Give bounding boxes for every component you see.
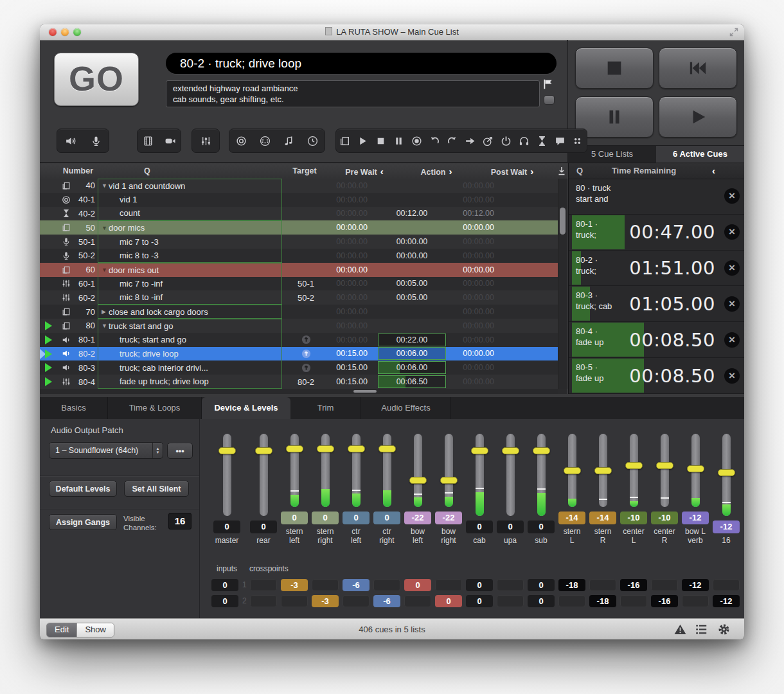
stop-cue-button[interactable]: × <box>724 224 740 240</box>
active-cue-row[interactable]: 80-4 ·fade up00:08.50× <box>569 322 744 358</box>
go-button[interactable]: GO <box>54 53 139 106</box>
col-header-number[interactable]: Number <box>40 166 95 175</box>
pre-wait-value[interactable]: 00:00.00 <box>336 321 368 330</box>
crosspoint-empty-cell[interactable] <box>435 579 462 591</box>
action-value[interactable]: 00:12.00 <box>396 209 428 218</box>
cue-row-60-2[interactable]: 60-2mic 8 to -inf50-200:00.0000:05.0000:… <box>40 290 558 305</box>
pre-wait-value[interactable]: 00:00.00 <box>336 279 368 288</box>
cue-row-60[interactable]: 60▼door mics out00:00.0000:00.00 <box>40 263 558 277</box>
fader-handle[interactable] <box>379 445 396 452</box>
post-wait-value[interactable]: 00:00.00 <box>463 195 494 204</box>
record-icon[interactable] <box>411 136 422 147</box>
channel-level-value[interactable]: 0 <box>528 520 555 533</box>
target-cue-number[interactable]: 80-2 <box>282 377 330 387</box>
pre-wait-value[interactable]: 00:00.00 <box>336 209 368 218</box>
channel-level-value[interactable]: 0 <box>213 520 240 533</box>
crosspoint-master-value[interactable]: 0 <box>211 579 238 591</box>
channel-level-value[interactable]: 0 <box>497 520 524 533</box>
post-wait-value[interactable]: 00:00.00 <box>463 293 494 302</box>
action-progress-box[interactable]: 00:06.00 <box>378 347 446 360</box>
crosspoint-empty-cell[interactable] <box>343 595 370 607</box>
pre-wait-value[interactable]: 00:00.00 <box>336 251 368 260</box>
crosspoint-empty-cell[interactable] <box>589 579 616 591</box>
cue-name[interactable]: truck; drive loop <box>120 349 179 359</box>
crosspoint-empty-cell[interactable] <box>373 579 400 591</box>
cue-name[interactable]: door mics <box>109 223 145 233</box>
fader-handle[interactable] <box>348 445 365 452</box>
post-wait-value[interactable]: 00:00.00 <box>463 321 494 330</box>
cue-row-80-1[interactable]: 80-1truck; start and go00:00.0000:22.000… <box>40 333 558 347</box>
resume-all-button[interactable] <box>659 96 737 138</box>
crosspoint-value[interactable]: -18 <box>558 579 585 591</box>
pre-wait-value[interactable]: 00:00.00 <box>336 237 368 246</box>
flag-toggle-button[interactable] <box>544 95 555 105</box>
play-icon[interactable] <box>357 136 368 147</box>
fader-handle[interactable] <box>218 447 236 454</box>
dart-icon[interactable] <box>483 136 494 147</box>
pre-wait-value[interactable]: 00:00.00 <box>336 293 368 302</box>
pre-wait-value[interactable]: 00:00.00 <box>336 265 368 274</box>
channel-level-value[interactable]: -14 <box>589 512 616 524</box>
cue-name[interactable]: truck; cab interior drivi... <box>120 363 208 373</box>
mic-icon[interactable] <box>91 136 102 147</box>
assign-gangs-button[interactable]: Assign Gangs <box>49 514 117 530</box>
fader-track[interactable] <box>445 434 453 507</box>
target-cue-number[interactable]: 50-1 <box>282 279 330 289</box>
power-icon[interactable] <box>501 136 512 147</box>
crosspoint-empty-cell[interactable] <box>250 595 277 607</box>
channel-level-value[interactable]: -10 <box>620 512 647 524</box>
fader-track[interactable] <box>661 434 669 507</box>
crosspoint-empty-cell[interactable] <box>497 579 524 591</box>
disclosure-triangle[interactable]: ▼ <box>102 182 107 189</box>
crosspoint-value[interactable]: 0 <box>466 595 493 607</box>
groupsq-icon[interactable] <box>339 136 350 147</box>
fader-track[interactable] <box>568 434 576 507</box>
crosspoint-empty-cell[interactable] <box>497 595 524 607</box>
flag-icon[interactable] <box>542 78 554 90</box>
post-wait-value[interactable]: 00:00.00 <box>463 377 494 386</box>
fader-track[interactable] <box>506 434 515 516</box>
target-file-icon[interactable] <box>282 349 330 359</box>
default-levels-button[interactable]: Default Levels <box>49 481 117 497</box>
fullscreen-icon[interactable] <box>729 27 739 37</box>
speaker-icon[interactable] <box>65 136 76 147</box>
crosspoint-value[interactable]: -6 <box>373 595 400 607</box>
channel-level-value[interactable]: 0 <box>250 520 277 533</box>
hourglass-icon[interactable] <box>537 136 548 147</box>
fader-track[interactable] <box>352 434 361 507</box>
fader-track[interactable] <box>383 434 391 507</box>
cue-name[interactable]: mic 8 to -3 <box>120 251 159 260</box>
cue-row-80-2[interactable]: 80-2truck; drive loop00:15.0000:06.0000:… <box>40 347 558 361</box>
tab-audio-effects[interactable]: Audio Effects <box>361 397 451 419</box>
col-header-post-wait[interactable]: Post Wait› <box>472 166 552 177</box>
crosspoint-master-value[interactable]: 0 <box>211 595 238 607</box>
cue-name[interactable]: mic 7 to -inf <box>120 279 163 289</box>
disclosure-triangle[interactable]: ▶ <box>102 308 106 315</box>
cue-name[interactable]: truck start and go <box>109 321 173 331</box>
disclosure-triangle[interactable]: ▼ <box>102 323 107 329</box>
active-cue-row[interactable]: 80-5 ·fade up00:08.50× <box>569 358 744 394</box>
cue-name[interactable]: close and lock cargo doors <box>109 307 208 317</box>
post-wait-value[interactable]: 00:00.00 <box>463 335 494 344</box>
fader-track[interactable] <box>630 434 638 507</box>
disclosure-triangle[interactable]: ▼ <box>102 225 107 231</box>
crosspoint-empty-cell[interactable] <box>713 579 740 591</box>
channel-level-value[interactable]: 0 <box>343 512 370 524</box>
fader-handle[interactable] <box>409 477 427 484</box>
crosspoint-empty-cell[interactable] <box>558 595 585 607</box>
crosspoint-empty-cell[interactable] <box>281 595 308 607</box>
faders-icon[interactable] <box>200 136 211 147</box>
post-wait-value[interactable]: 00:00.00 <box>463 363 494 372</box>
action-progress-box[interactable]: 00:06.50 <box>378 375 446 388</box>
horizontal-scrollbar[interactable] <box>40 389 558 394</box>
cue-row-50-1[interactable]: 50-1mic 7 to -300:00.0000:00.0000:00.00 <box>40 235 558 249</box>
rings-icon[interactable] <box>236 136 247 147</box>
crosspoint-value[interactable]: -3 <box>312 595 339 607</box>
pause-icon[interactable] <box>393 136 404 147</box>
pre-wait-value[interactable]: 00:15.00 <box>336 349 368 358</box>
fader-handle[interactable] <box>533 447 550 454</box>
vertical-scrollbar[interactable] <box>558 179 567 389</box>
crosspoint-value[interactable]: 0 <box>435 595 462 607</box>
cue-row-40-1[interactable]: 40-1vid 100:00.0000:00.00 <box>40 193 558 207</box>
cue-name[interactable]: door mics out <box>109 265 159 275</box>
